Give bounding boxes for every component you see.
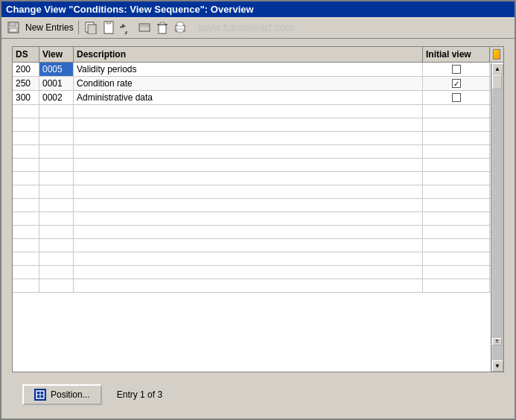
watermark: www.tutorialkart.com — [198, 22, 294, 34]
main-content: DS View Description Initial view 200 000… — [1, 39, 515, 419]
vertical-scrollbar[interactable]: ▲ ⠿ ▼ — [491, 63, 503, 372]
toolbar: New Entries — [1, 17, 515, 39]
table-row: 250 0001 Condition rate — [13, 77, 503, 91]
cell-description-1: Validity periods — [74, 63, 423, 76]
empty-row — [13, 279, 503, 293]
bottom-bar: Position... Entry 1 of 3 — [12, 378, 504, 411]
empty-row — [13, 185, 503, 199]
table-row: 200 0005 Validity periods — [13, 63, 503, 77]
position-button-label: Position... — [51, 389, 90, 400]
cell-initial-view-3[interactable] — [423, 91, 490, 104]
checkbox-row-3[interactable] — [452, 93, 461, 102]
scroll-track: ⠿ — [492, 74, 503, 360]
scroll-up-button[interactable]: ▲ — [492, 63, 503, 74]
col-view: View — [39, 47, 74, 62]
window-title: Change View "Conditions: View Sequence":… — [6, 4, 254, 15]
main-window: Change View "Conditions: View Sequence":… — [0, 0, 516, 420]
cell-view-1[interactable]: 0005 — [39, 63, 74, 76]
new-entries-button[interactable]: New Entries — [25, 22, 74, 33]
separator-1 — [78, 21, 79, 34]
svg-marker-7 — [122, 24, 126, 28]
empty-row — [13, 132, 503, 145]
cell-initial-view-1[interactable] — [423, 63, 490, 76]
svg-rect-10 — [159, 25, 166, 34]
cell-description-3: Administrative data — [74, 91, 423, 104]
svg-rect-2 — [10, 28, 17, 32]
delete-icon[interactable] — [155, 20, 170, 35]
cell-ds-3: 300 — [13, 91, 39, 104]
checkbox-row-1[interactable] — [452, 65, 461, 74]
cell-initial-view-2[interactable] — [423, 77, 490, 90]
empty-row — [13, 252, 503, 266]
position-button[interactable]: Position... — [22, 384, 102, 405]
empty-row — [13, 239, 503, 252]
table-row: 300 0002 Administrative data — [13, 91, 503, 105]
col-initial-view: Initial view — [423, 47, 490, 62]
empty-row — [13, 118, 503, 132]
svg-rect-14 — [177, 22, 183, 26]
undo-icon[interactable] — [119, 20, 134, 35]
table-header: DS View Description Initial view — [13, 47, 503, 63]
move-icon[interactable] — [137, 20, 152, 35]
empty-row — [13, 266, 503, 279]
checkbox-row-2[interactable] — [452, 79, 461, 88]
data-table: DS View Description Initial view 200 000… — [12, 46, 504, 372]
empty-row — [13, 226, 503, 239]
svg-rect-15 — [177, 29, 183, 32]
svg-rect-1 — [10, 22, 16, 26]
cell-view-2[interactable]: 0001 — [39, 77, 74, 90]
empty-row — [13, 159, 503, 172]
empty-row — [13, 212, 503, 226]
scroll-down-button[interactable]: ▼ — [492, 360, 503, 372]
cell-view-3[interactable]: 0002 — [39, 91, 74, 104]
save-icon[interactable] — [6, 20, 21, 35]
empty-row — [13, 199, 503, 212]
cell-ds-1: 200 — [13, 63, 39, 76]
copy-icon[interactable] — [83, 20, 98, 35]
scroll-thumb[interactable] — [492, 74, 502, 89]
empty-row — [13, 145, 503, 159]
empty-row — [13, 105, 503, 118]
print-icon[interactable] — [173, 20, 188, 35]
svg-rect-12 — [160, 22, 165, 25]
title-bar: Change View "Conditions: View Sequence":… — [1, 1, 515, 17]
table-body: 200 0005 Validity periods 250 0001 Condi… — [13, 63, 503, 372]
empty-row — [13, 172, 503, 185]
cell-ds-2: 250 — [13, 77, 39, 90]
svg-rect-8 — [139, 24, 150, 31]
entry-info: Entry 1 of 3 — [117, 389, 162, 400]
paste-icon[interactable] — [101, 20, 116, 35]
svg-rect-4 — [88, 25, 96, 34]
scroll-grip: ⠿ — [492, 338, 502, 346]
col-ds: DS — [13, 47, 39, 62]
col-settings-icon[interactable] — [490, 47, 503, 62]
col-description: Description — [74, 47, 423, 62]
position-icon — [34, 389, 46, 401]
svg-rect-6 — [106, 22, 111, 24]
cell-description-2: Condition rate — [74, 77, 423, 90]
column-settings-icon[interactable] — [493, 49, 500, 60]
